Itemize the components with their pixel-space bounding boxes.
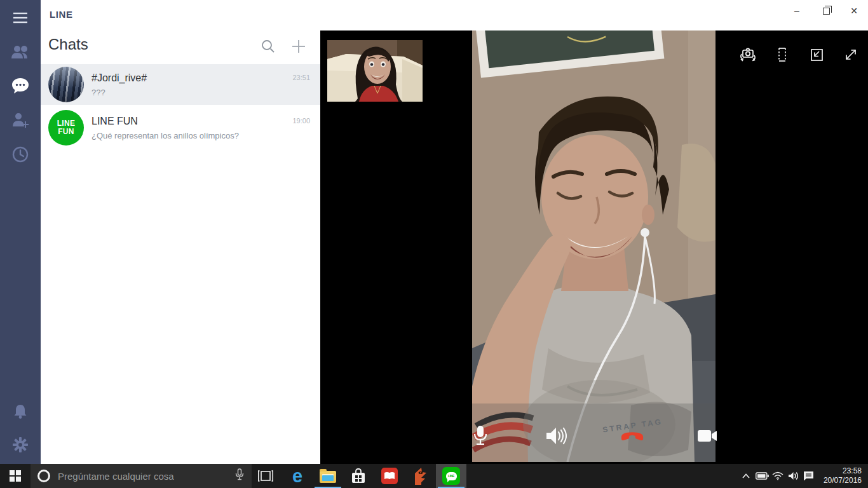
clock-date: 20/07/2016 <box>824 476 862 485</box>
taskbar: e LINE <box>0 464 868 488</box>
title-bar: LINE – ✕ <box>41 0 868 30</box>
chat-name: #Jordi_rive# <box>92 72 147 84</box>
cortana-icon <box>37 470 50 482</box>
chat-time: 19:00 <box>292 117 310 125</box>
search-icon[interactable] <box>259 37 278 56</box>
chat-last-message: ¿Qué representan los anillos olímpicos? <box>92 131 239 140</box>
settings-icon[interactable] <box>0 431 41 459</box>
app-title: LINE <box>50 9 73 20</box>
notifications-icon[interactable] <box>0 398 41 426</box>
close-button[interactable]: ✕ <box>841 0 867 22</box>
fullscreen-icon[interactable] <box>841 45 860 64</box>
taskbar-store-icon[interactable] <box>343 464 374 488</box>
chats-icon[interactable] <box>0 72 41 100</box>
call-controls-bar <box>472 403 715 462</box>
avatar <box>48 67 84 102</box>
tray-chevron-up-icon[interactable] <box>738 464 754 488</box>
microphone-icon[interactable] <box>468 424 492 448</box>
taskbar-file-explorer-icon[interactable] <box>313 464 343 488</box>
avatar-label: FUN <box>58 128 74 136</box>
chat-name: LINE FUN <box>92 116 138 127</box>
self-video <box>327 40 423 102</box>
add-friend-icon[interactable] <box>0 106 41 134</box>
cortana-search[interactable] <box>31 464 252 488</box>
switch-camera-icon[interactable] <box>738 45 757 64</box>
chat-row-linefun[interactable]: LINE FUN LINE FUN 19:00 ¿Qué representan… <box>41 105 320 149</box>
taskbar-edge-icon[interactable]: e <box>282 464 313 488</box>
nav-sidebar <box>0 0 41 464</box>
tray-action-center-icon[interactable] <box>801 464 816 488</box>
menu-icon[interactable] <box>0 4 41 32</box>
chat-last-message: ??? <box>92 88 105 97</box>
chat-time: 23:51 <box>292 74 310 81</box>
video-camera-icon[interactable] <box>695 424 719 448</box>
taskbar-clock[interactable]: 23:58 20/07/2016 <box>818 464 865 488</box>
tray-wifi-icon[interactable] <box>770 464 785 488</box>
restore-button[interactable] <box>813 0 839 22</box>
taskbar-reader-icon[interactable] <box>374 464 405 488</box>
add-chat-icon[interactable] <box>289 37 308 56</box>
minimize-button[interactable]: – <box>784 0 810 22</box>
taskbar-face-app-icon[interactable] <box>405 464 435 488</box>
tray-volume-icon[interactable] <box>785 464 802 488</box>
task-view-button[interactable] <box>252 464 280 488</box>
restore-icon <box>823 8 830 15</box>
chats-heading: Chats <box>48 36 88 53</box>
line-app-window: LINE – ✕ Chats #Jordi_rive# 23:51 ??? LI… <box>0 0 868 488</box>
chat-list-panel: Chats #Jordi_rive# 23:51 ??? LINE FUN LI… <box>41 30 320 464</box>
picture-in-picture-icon[interactable] <box>807 45 826 64</box>
chat-row-jordi[interactable]: #Jordi_rive# 23:51 ??? <box>41 64 320 105</box>
contacts-icon[interactable] <box>0 38 41 66</box>
speaker-icon[interactable] <box>544 424 568 448</box>
rotate-screen-icon[interactable] <box>773 45 792 64</box>
avatar: LINE FUN <box>48 110 84 146</box>
video-call-area: STRAP TAG <box>320 30 868 464</box>
remote-video-image <box>472 30 715 462</box>
tray-battery-icon[interactable] <box>754 464 770 488</box>
clock-time: 23:58 <box>843 466 862 476</box>
history-icon[interactable] <box>0 140 41 168</box>
search-input[interactable] <box>58 471 210 482</box>
call-toolbar <box>738 45 860 64</box>
end-call-icon[interactable] <box>620 424 644 448</box>
taskbar-line-icon[interactable]: LINE <box>436 464 466 488</box>
self-video-image <box>327 40 423 102</box>
windows-logo-icon <box>10 470 21 482</box>
start-button[interactable] <box>0 464 31 488</box>
search-mic-icon[interactable] <box>235 468 244 484</box>
remote-video: STRAP TAG <box>472 30 715 462</box>
